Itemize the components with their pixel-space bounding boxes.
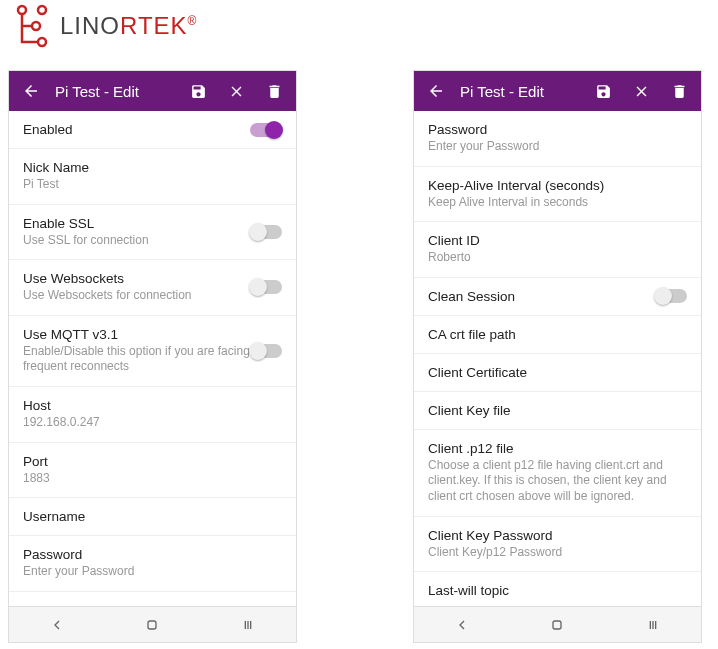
setting-text: Host192.168.0.247 <box>23 398 282 431</box>
setting-row[interactable]: Use WebsocketsUse Websockets for connect… <box>9 260 296 316</box>
phone-left: Pi Test - Edit EnabledNick NamePi TestEn… <box>8 70 297 643</box>
setting-label: Password <box>23 547 282 562</box>
close-icon[interactable] <box>222 77 250 105</box>
setting-sub: Enable/Disable this option if you are fa… <box>23 344 250 375</box>
setting-text: Clean Session <box>428 289 655 304</box>
setting-text: Use MQTT v3.1Enable/Disable this option … <box>23 327 250 375</box>
setting-row[interactable]: Keep-Alive Interval (seconds)Keep Alive … <box>414 167 701 223</box>
setting-label: Keep-Alive Interval (seconds) <box>428 178 687 193</box>
toggle-switch[interactable] <box>250 123 282 137</box>
app-bar: Pi Test - Edit <box>9 71 296 111</box>
toggle-knob <box>654 287 672 305</box>
nav-recent-icon[interactable] <box>228 613 268 637</box>
setting-label: Client ID <box>428 233 687 248</box>
toggle-knob <box>249 223 267 241</box>
setting-row[interactable]: Client Key file <box>414 392 701 430</box>
setting-label: Enabled <box>23 122 250 137</box>
setting-row[interactable]: Client IDRoberto <box>414 222 701 278</box>
delete-icon[interactable] <box>665 77 693 105</box>
setting-label: Use Websockets <box>23 271 250 286</box>
setting-sub: Pi Test <box>23 177 282 193</box>
setting-label: Password <box>428 122 687 137</box>
nav-recent-icon[interactable] <box>633 613 673 637</box>
setting-row[interactable]: Host192.168.0.247 <box>9 387 296 443</box>
nav-back-icon[interactable] <box>442 613 482 637</box>
setting-label: Port <box>23 454 282 469</box>
setting-label: Nick Name <box>23 160 282 175</box>
setting-row[interactable]: PasswordEnter your Password <box>9 536 296 592</box>
setting-text: Enable SSLUse SSL for connection <box>23 216 250 249</box>
setting-text: Keep-Alive Interval (seconds)Keep Alive … <box>428 178 687 211</box>
toggle-switch[interactable] <box>655 289 687 303</box>
save-icon[interactable] <box>184 77 212 105</box>
toggle-switch[interactable] <box>250 225 282 239</box>
setting-row[interactable]: Client Certificate <box>414 354 701 392</box>
setting-text: Client Key file <box>428 403 687 418</box>
setting-label: Username <box>23 509 282 524</box>
delete-icon[interactable] <box>260 77 288 105</box>
setting-row[interactable]: Client .p12 fileChoose a client p12 file… <box>414 430 701 517</box>
setting-sub: Enter your Password <box>428 139 687 155</box>
setting-label: Enable SSL <box>23 216 250 231</box>
toggle-switch[interactable] <box>250 344 282 358</box>
setting-sub: Choose a client p12 file having client.c… <box>428 458 687 505</box>
setting-row[interactable]: Client Key PasswordClient Key/p12 Passwo… <box>414 517 701 573</box>
setting-row[interactable]: CA crt file path <box>414 316 701 354</box>
setting-label: Use MQTT v3.1 <box>23 327 250 342</box>
setting-sub: 1883 <box>23 471 282 487</box>
logo-icon <box>8 2 56 50</box>
setting-text: PasswordEnter your Password <box>428 122 687 155</box>
setting-text: Username <box>23 509 282 524</box>
setting-text: Nick NamePi Test <box>23 160 282 193</box>
setting-row[interactable]: Last-will topic <box>414 572 701 606</box>
setting-sub: Use Websockets for connection <box>23 288 250 304</box>
setting-label: Last-will topic <box>428 583 687 598</box>
setting-text: Use WebsocketsUse Websockets for connect… <box>23 271 250 304</box>
android-nav-bar <box>9 606 296 642</box>
nav-back-icon[interactable] <box>37 613 77 637</box>
setting-row[interactable]: PasswordEnter your Password <box>414 111 701 167</box>
setting-row[interactable]: Enabled <box>9 111 296 149</box>
setting-sub: Use SSL for connection <box>23 233 250 249</box>
toggle-switch[interactable] <box>250 280 282 294</box>
setting-label: Client Certificate <box>428 365 687 380</box>
setting-row[interactable]: Port1883 <box>9 443 296 499</box>
toggle-knob <box>249 278 267 296</box>
logo-area: LINORTEK® <box>0 0 718 52</box>
back-icon[interactable] <box>422 77 450 105</box>
svg-rect-4 <box>148 621 156 629</box>
phone-right: Pi Test - Edit PasswordEnter your Passwo… <box>413 70 702 643</box>
save-icon[interactable] <box>589 77 617 105</box>
setting-sub: Client Key/p12 Password <box>428 545 687 561</box>
setting-row[interactable]: Username <box>9 498 296 536</box>
settings-list[interactable]: PasswordEnter your PasswordKeep-Alive In… <box>414 111 701 606</box>
svg-point-2 <box>32 22 40 30</box>
settings-list[interactable]: EnabledNick NamePi TestEnable SSLUse SSL… <box>9 111 296 606</box>
setting-text: Client IDRoberto <box>428 233 687 266</box>
setting-row[interactable]: Nick NamePi Test <box>9 149 296 205</box>
setting-text: Keep-Alive Interval (seconds) <box>23 603 282 606</box>
setting-row[interactable]: Keep-Alive Interval (seconds) <box>9 592 296 606</box>
setting-text: CA crt file path <box>428 327 687 342</box>
svg-rect-8 <box>553 621 561 629</box>
svg-point-1 <box>38 38 46 46</box>
back-icon[interactable] <box>17 77 45 105</box>
setting-label: Client Key file <box>428 403 687 418</box>
setting-sub: Keep Alive Interval in seconds <box>428 195 687 211</box>
nav-home-icon[interactable] <box>537 613 577 637</box>
setting-sub: Enter your Password <box>23 564 282 580</box>
close-icon[interactable] <box>627 77 655 105</box>
setting-row[interactable]: Use MQTT v3.1Enable/Disable this option … <box>9 316 296 387</box>
setting-text: Last-will topic <box>428 583 687 598</box>
setting-label: Keep-Alive Interval (seconds) <box>23 603 282 606</box>
setting-sub: Roberto <box>428 250 687 266</box>
setting-text: PasswordEnter your Password <box>23 547 282 580</box>
setting-text: Client .p12 fileChoose a client p12 file… <box>428 441 687 505</box>
logo-text: LINORTEK® <box>60 12 197 40</box>
app-bar: Pi Test - Edit <box>414 71 701 111</box>
app-title: Pi Test - Edit <box>45 83 184 100</box>
nav-home-icon[interactable] <box>132 613 172 637</box>
setting-row[interactable]: Enable SSLUse SSL for connection <box>9 205 296 261</box>
setting-text: Enabled <box>23 122 250 137</box>
setting-row[interactable]: Clean Session <box>414 278 701 316</box>
